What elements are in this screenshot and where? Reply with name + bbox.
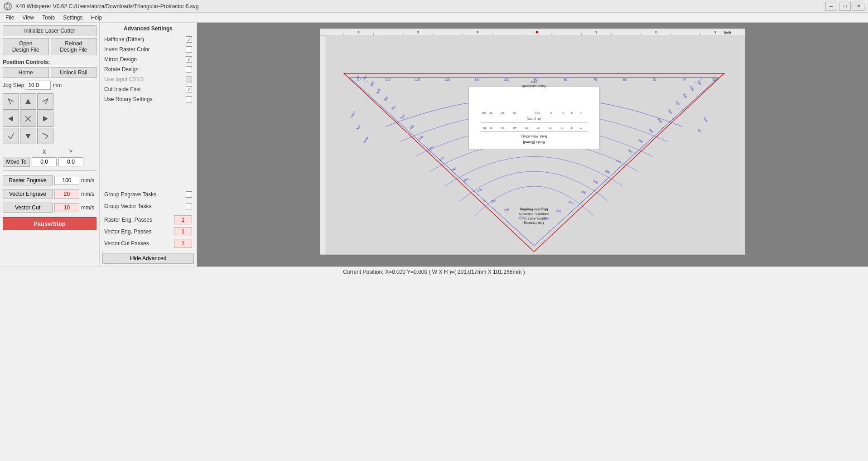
use-rotary-settings-checkbox[interactable] <box>186 96 192 102</box>
group-engrave-tasks-checkbox[interactable] <box>186 191 192 198</box>
svg-marker-9 <box>8 116 13 121</box>
raster-eng-passes-input[interactable] <box>174 215 192 224</box>
title-bar: K40 Whisperer V0.62 C:/Users/abiza/Downl… <box>0 0 868 13</box>
cut-inside-first-row: Cut Inside First <box>102 85 194 93</box>
svg-text:50: 50 <box>653 78 656 81</box>
raster-eng-passes-row: Raster Eng. Passes <box>102 214 194 226</box>
menu-settings[interactable]: Settings <box>59 14 86 22</box>
invert-raster-color-row: Invert Raster Color <box>102 45 194 53</box>
svg-text:30: 30 <box>525 126 528 129</box>
svg-point-43 <box>536 31 538 33</box>
move-to-button[interactable]: Move To <box>3 157 30 167</box>
svg-text:Naut. Miles (Dist.): Naut. Miles (Dist.) <box>521 135 547 139</box>
svg-text:80: 80 <box>483 126 487 129</box>
maximize-button[interactable]: □ <box>839 2 851 11</box>
design-canvas[interactable]: inch <box>197 23 868 267</box>
group-vector-tasks-label: Group Vector Tasks <box>104 203 152 209</box>
jog-down-button[interactable] <box>20 128 36 144</box>
mirror-design-label: Mirror Design <box>104 56 137 63</box>
canvas-area: inch <box>197 23 868 267</box>
status-text: Current Position: X=0.000 Y=0.000 ( W X … <box>343 269 525 275</box>
vector-cut-passes-label: Vector Cut Passes <box>104 240 149 247</box>
svg-rect-21 <box>320 36 326 255</box>
jog-up-left-button[interactable] <box>3 93 19 110</box>
jog-down-right-button[interactable] <box>37 128 53 144</box>
raster-engrave-speed-input[interactable] <box>54 176 79 185</box>
svg-text:10: 10 <box>560 126 564 129</box>
vector-cut-unit: mm/s <box>81 204 94 211</box>
jog-center-button[interactable] <box>20 111 36 127</box>
vector-engrave-unit: mm/s <box>81 191 94 197</box>
svg-text:Hr. (Time): Hr. (Time) <box>527 117 541 121</box>
svg-text:70: 70 <box>593 78 597 81</box>
cut-inside-first-label: Cut Inside First <box>104 86 141 92</box>
group-engrave-tasks-label: Group Engrave Tasks <box>104 191 156 198</box>
jog-left-button[interactable] <box>3 111 19 127</box>
svg-text:20: 20 <box>537 126 540 129</box>
jog-right-button[interactable] <box>37 111 53 127</box>
status-bar: Current Position: X=0.000 Y=0.000 ( W X … <box>0 267 868 277</box>
group-vector-tasks-row: Group Vector Tasks <box>102 202 194 210</box>
use-input-csys-row: Use Input CSYS <box>102 75 194 83</box>
raster-engrave-button[interactable]: Raster Engrave <box>3 175 53 185</box>
svg-text:160: 160 <box>415 78 420 81</box>
y-coordinate-input[interactable] <box>58 157 83 166</box>
open-design-file-button[interactable]: Open Design File <box>3 38 49 55</box>
cut-inside-first-checkbox[interactable] <box>186 86 192 92</box>
reload-design-file-button[interactable]: Reload Design File <box>51 38 97 55</box>
mirror-design-checkbox[interactable] <box>186 56 192 63</box>
x-coordinate-input[interactable] <box>32 157 57 166</box>
svg-text:140: 140 <box>475 78 480 81</box>
svg-text:50: 50 <box>501 126 504 129</box>
svg-point-1 <box>6 5 10 8</box>
position-controls-label: Position Controls: <box>3 59 96 65</box>
jog-down-left-button[interactable] <box>3 128 19 144</box>
hide-advanced-button[interactable]: Hide Advanced <box>102 253 194 264</box>
jog-up-button[interactable] <box>20 93 36 110</box>
window-title: K40 Whisperer V0.62 C:/Users/abiza/Downl… <box>15 3 198 10</box>
jog-up-right-button[interactable] <box>37 93 53 110</box>
svg-text:58: 58 <box>489 126 492 129</box>
svg-text:inch: inch <box>724 30 731 34</box>
canvas-content: inch <box>197 23 868 267</box>
menu-tools[interactable]: Tools <box>39 14 58 22</box>
svg-text:True Heading: True Heading <box>524 221 545 225</box>
vector-engrave-button[interactable]: Vector Engrave <box>3 189 53 199</box>
svg-text:100: 100 <box>482 112 487 114</box>
home-button[interactable]: Home <box>3 67 49 78</box>
svg-text:170: 170 <box>386 78 391 81</box>
halftone-dither-checkbox[interactable] <box>186 36 192 43</box>
svg-text:1: 1 <box>358 31 359 34</box>
jog-step-label: Jog Step <box>3 82 24 88</box>
svg-text:Knots (Speed): Knots (Speed) <box>523 141 545 145</box>
advanced-settings-title: Advanced Settings <box>102 25 194 32</box>
jog-step-input[interactable] <box>26 81 51 90</box>
vector-cut-speed-input[interactable] <box>54 203 79 212</box>
pause-stop-button[interactable]: Pause/Stop <box>3 217 96 230</box>
invert-raster-color-checkbox[interactable] <box>186 46 192 53</box>
svg-text:80: 80 <box>564 78 567 81</box>
minimize-button[interactable]: ─ <box>825 2 837 11</box>
menu-file[interactable]: File <box>2 14 18 22</box>
vector-cut-passes-input[interactable] <box>174 239 192 248</box>
svg-text:150: 150 <box>445 78 450 81</box>
svg-text:1: 1 <box>580 112 581 114</box>
svg-text:6 10: 6 10 <box>535 112 540 114</box>
vector-eng-passes-input[interactable] <box>174 227 192 236</box>
rotate-design-checkbox[interactable] <box>186 66 192 73</box>
jog-unit-label: mm <box>53 82 62 88</box>
group-vector-tasks-checkbox[interactable] <box>186 203 192 209</box>
menu-help[interactable]: Help <box>87 14 106 22</box>
menu-view[interactable]: View <box>19 14 38 22</box>
halftone-dither-row: Halftone (Dither) <box>102 35 194 44</box>
main-content: Initialize Laser Cutter Open Design File… <box>0 23 868 277</box>
svg-text:38: 38 <box>489 112 492 114</box>
group-engrave-tasks-row: Group Engrave Tasks <box>102 190 194 199</box>
initialize-laser-cutter-button[interactable]: Initialize Laser Cutter <box>3 25 96 36</box>
close-button[interactable]: ✕ <box>853 2 864 11</box>
vector-cut-button[interactable]: Vector Cut <box>3 203 53 213</box>
svg-text:2023: 2023 <box>530 80 537 83</box>
unlock-rail-button[interactable]: Unlock Rail <box>51 67 97 78</box>
vector-engrave-speed-input[interactable] <box>54 189 79 199</box>
svg-text:Subtract E, Subtract W: Subtract E, Subtract W <box>519 213 549 216</box>
